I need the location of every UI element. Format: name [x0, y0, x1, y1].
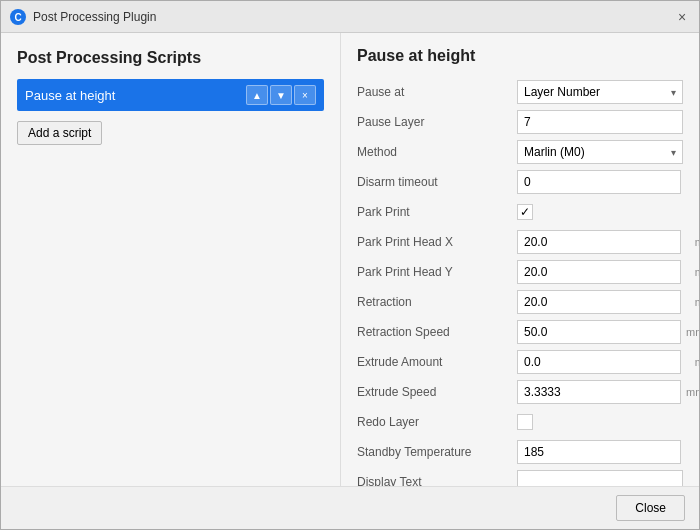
form-row: Standby Temperature°C [357, 439, 683, 465]
checkbox-redo-layer[interactable] [517, 414, 533, 430]
app-icon: C [9, 8, 27, 26]
move-down-button[interactable]: ▼ [270, 85, 292, 105]
unit-label: s [685, 176, 699, 188]
field-control: mm [517, 230, 699, 254]
field-label: Park Print Head X [357, 235, 517, 249]
form-row: Disarm timeouts [357, 169, 683, 195]
input-display-text[interactable] [517, 470, 683, 486]
left-panel: Post Processing Scripts Pause at height … [1, 33, 341, 486]
field-control: Layer Number▾ [517, 80, 683, 104]
form-row: Retraction Speedmm/s [357, 319, 683, 345]
field-label: Pause at [357, 85, 517, 99]
form-row: Park Print Head Ymm [357, 259, 683, 285]
right-panel-title: Pause at height [357, 47, 683, 65]
script-item-pause-at-height[interactable]: Pause at height ▲ ▼ × [17, 79, 324, 111]
main-window: C Post Processing Plugin × Post Processi… [0, 0, 700, 530]
svg-text:C: C [14, 12, 21, 23]
field-label: Disarm timeout [357, 175, 517, 189]
script-item-buttons: ▲ ▼ × [246, 85, 316, 105]
input-pause-layer[interactable] [517, 110, 683, 134]
unit-label: °C [685, 446, 699, 458]
field-control [517, 414, 683, 430]
input-disarm-timeout[interactable] [517, 170, 681, 194]
form-row: Park Print Head Xmm [357, 229, 683, 255]
field-control: mm [517, 290, 699, 314]
field-label: Park Print [357, 205, 517, 219]
script-list: Pause at height ▲ ▼ × [17, 79, 324, 111]
unit-label: mm/s [685, 326, 699, 338]
window-title: Post Processing Plugin [33, 10, 673, 24]
field-label: Standby Temperature [357, 445, 517, 459]
titlebar: C Post Processing Plugin × [1, 1, 699, 33]
unit-label: mm [685, 356, 699, 368]
content-area: Post Processing Scripts Pause at height … [1, 33, 699, 486]
form-row: Extrude Speedmm/s [357, 379, 683, 405]
field-control [517, 110, 683, 134]
dropdown-method[interactable]: Marlin (M0)▾ [517, 140, 683, 164]
field-label: Extrude Amount [357, 355, 517, 369]
form-row: Retractionmm [357, 289, 683, 315]
right-panel: Pause at height Pause atLayer Number▾Pau… [341, 33, 699, 486]
field-label: Method [357, 145, 517, 159]
unit-label: mm [685, 236, 699, 248]
field-control: mm/s [517, 380, 699, 404]
input-extrude-amount[interactable] [517, 350, 681, 374]
field-control: mm/s [517, 320, 699, 344]
unit-label: mm/s [685, 386, 699, 398]
input-retraction[interactable] [517, 290, 681, 314]
left-panel-title: Post Processing Scripts [17, 49, 324, 67]
script-item-label: Pause at height [25, 88, 246, 103]
form-row: Park Print✓ [357, 199, 683, 225]
close-icon[interactable]: × [673, 8, 691, 26]
chevron-down-icon: ▾ [671, 87, 676, 98]
field-control: ✓ [517, 204, 683, 220]
field-control: °C [517, 440, 699, 464]
add-script-button[interactable]: Add a script [17, 121, 102, 145]
unit-label: mm [685, 266, 699, 278]
input-park-print-head-y[interactable] [517, 260, 681, 284]
checkbox-park-print[interactable]: ✓ [517, 204, 533, 220]
form-row: Redo Layer [357, 409, 683, 435]
input-extrude-speed[interactable] [517, 380, 681, 404]
field-control: mm [517, 260, 699, 284]
form-row: Extrude Amountmm [357, 349, 683, 375]
remove-script-button[interactable]: × [294, 85, 316, 105]
field-control: Marlin (M0)▾ [517, 140, 683, 164]
field-control: s [517, 170, 699, 194]
form-row: Display Text [357, 469, 683, 486]
form-row: Pause Layer [357, 109, 683, 135]
form-row: Pause atLayer Number▾ [357, 79, 683, 105]
field-label: Extrude Speed [357, 385, 517, 399]
unit-label: mm [685, 296, 699, 308]
field-label: Pause Layer [357, 115, 517, 129]
close-button[interactable]: Close [616, 495, 685, 521]
input-park-print-head-x[interactable] [517, 230, 681, 254]
field-label: Retraction Speed [357, 325, 517, 339]
chevron-down-icon: ▾ [671, 147, 676, 158]
input-standby-temperature[interactable] [517, 440, 681, 464]
bottom-bar: Close [1, 486, 699, 529]
field-control [517, 470, 683, 486]
field-label: Retraction [357, 295, 517, 309]
dropdown-pause-at[interactable]: Layer Number▾ [517, 80, 683, 104]
field-label: Park Print Head Y [357, 265, 517, 279]
field-label: Display Text [357, 475, 517, 486]
form-rows: Pause atLayer Number▾Pause LayerMethodMa… [357, 79, 683, 486]
field-control: mm [517, 350, 699, 374]
field-label: Redo Layer [357, 415, 517, 429]
form-row: MethodMarlin (M0)▾ [357, 139, 683, 165]
move-up-button[interactable]: ▲ [246, 85, 268, 105]
input-retraction-speed[interactable] [517, 320, 681, 344]
